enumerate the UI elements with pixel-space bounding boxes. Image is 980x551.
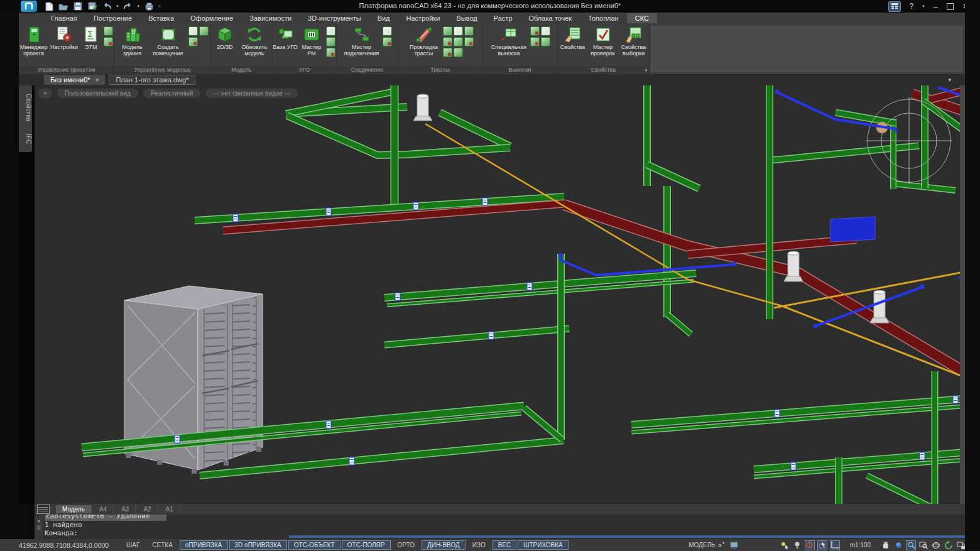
calculator-icon[interactable] [888,1,901,12]
sheet-list-icon[interactable] [37,505,50,514]
pipe-blue-group[interactable] [558,87,960,328]
connection-table-icon[interactable] [383,26,392,36]
view-selector-button[interactable]: Пользовательский вид [57,89,138,98]
toggle-otrack-polar[interactable]: ОТС-ПОЛЯР [342,540,391,550]
tab-topoplan[interactable]: Топоплан [580,13,627,23]
tab-sks[interactable]: СКС [627,13,657,23]
cable-tray-frame-group[interactable] [286,85,510,209]
tab-rastr[interactable]: Растр [486,13,521,23]
toggle-ortho[interactable]: ОРТО [392,540,420,550]
selection-cycling-icon[interactable] [805,540,815,550]
command-prompt[interactable]: Команда: [45,530,78,537]
viewport-plus-button[interactable]: + [38,89,52,98]
annotation-scale-icon[interactable]: a [717,540,727,550]
tray-marker[interactable] [482,198,487,205]
special-callout-button[interactable]: Специальная выноска [489,25,529,57]
database-icon[interactable] [104,26,113,36]
help-dropdown-icon[interactable]: ▾ [922,4,925,9]
toggle-3d-osnap[interactable]: 3D оПРИВЯЗКА [229,540,287,550]
connection-scheme-icon[interactable] [383,37,392,46]
properties-button[interactable]: Свойства [558,25,587,51]
ribbon-group-title[interactable]: Управление моделью [114,66,210,74]
minimize-button[interactable]: – [934,2,938,11]
tray-marker[interactable] [326,421,331,428]
selection-properties-button[interactable]: Свойства выборки [619,25,649,57]
update-model-button[interactable]: Обновить модель [238,25,271,57]
route-level-icon[interactable] [454,48,463,57]
undo-icon[interactable] [102,1,112,11]
callout-list-icon[interactable] [541,37,550,46]
tab-vyvod[interactable]: Вывод [448,13,485,23]
command-line-panel[interactable]: × ⚿ cableSystemETB - Удаление 1 найдено … [35,515,965,539]
qat-customize-icon[interactable]: ▿ [158,4,161,9]
grid-points-icon[interactable] [326,26,335,36]
redo-icon[interactable] [123,1,133,11]
selection-rectangle-icon[interactable] [817,540,827,550]
space-mode-label[interactable]: МОДЕЛЬ [689,542,715,548]
tab-vstavka[interactable]: Вставка [140,13,182,23]
tray-marker[interactable] [489,332,494,339]
doc-tab-plan[interactable]: План 1-ого этажа.dwg* [109,75,195,85]
ucs-icon[interactable] [830,540,840,550]
mini-building-icon[interactable] [199,26,209,36]
toggle-iso[interactable]: ИЗО [467,540,491,550]
zoom-window-icon[interactable] [918,540,928,550]
3d-scene[interactable] [35,85,960,504]
toggle-grid[interactable]: СЕТКА [146,540,178,550]
tab-zavisimosti[interactable]: Зависимости [241,13,300,23]
doc-tab-active[interactable]: Без имени0* × [44,75,105,85]
callout-axis-icon[interactable] [530,37,540,46]
layout-tab-model[interactable]: Модель [56,505,92,513]
commandline-options-icon[interactable]: ⚿ [37,525,41,530]
tab-nastroyki[interactable]: Настройки [398,13,449,23]
linked-views-button[interactable]: — нет связанных видов — [205,89,298,98]
tray-marker[interactable] [920,452,925,460]
ribbon-group-title[interactable]: Соединение [337,66,398,74]
pan-icon[interactable] [881,540,891,550]
route-hatch-icon[interactable] [464,26,474,36]
print-icon[interactable] [144,1,154,11]
equipment-box[interactable] [830,217,875,242]
toggle-dynamic-input[interactable]: ДИН-ВВОД [422,540,466,550]
route-lay-button[interactable]: Прокладка трассы [406,25,442,57]
room-corner-icon[interactable] [188,26,198,36]
scale-indicator[interactable]: m1:100 [850,542,871,548]
ribbon-group-title[interactable]: Свойства▾ [558,66,649,74]
room-settings-icon[interactable] [188,37,198,46]
route-timer-icon[interactable] [464,37,474,46]
check-master-button[interactable]: Мастер проверок [588,25,618,57]
2d3d-button[interactable]: 2D/3D [212,25,237,51]
connection-master-button[interactable]: Мастер подключения [342,25,381,57]
ribbon-group-title[interactable]: Управление проектом [19,66,114,74]
create-room-button[interactable]: Создать помещение [150,25,187,57]
tray-marker[interactable] [527,283,532,290]
toggle-snap-step[interactable]: ШАГ [121,540,145,550]
tab-postroenie[interactable]: Построение [85,13,140,23]
tray-marker[interactable] [953,396,958,403]
ribbon-group-title[interactable]: УГО [273,66,336,74]
ifc-panel-tab[interactable]: IFC [19,126,32,152]
cable-tray-upper-right-group[interactable] [770,85,960,319]
route-delete-icon[interactable] [443,48,452,57]
maximize-button[interactable] [947,3,954,10]
database-export-icon[interactable] [104,37,113,46]
route-node-icon[interactable] [443,26,452,36]
undo-dropdown-icon[interactable]: ▾ [116,4,119,9]
group-expand-icon[interactable]: ▾ [645,66,647,74]
building-model-button[interactable]: Модель здания [116,25,149,57]
route-cross-icon[interactable] [443,37,452,46]
toggle-osnap[interactable]: оПРИВЯЗКА [180,540,228,550]
layout-tab-a3[interactable]: А3 [115,505,136,513]
ribbon-group-title[interactable]: Модель [211,66,272,74]
callout-frame-icon[interactable] [541,26,550,36]
tray-marker[interactable] [175,435,180,443]
toggle-otrack-object[interactable]: ОТС-ОБЪЕКТ [288,540,340,550]
route-turn-icon[interactable] [454,37,463,46]
tray-marker[interactable] [395,293,400,300]
etm-button[interactable]: Σ ЭТМ [80,25,102,51]
mini-socket-icon[interactable] [326,37,335,46]
tray-marker[interactable] [775,410,780,417]
new-file-icon[interactable] [44,1,54,11]
command-input-highlight[interactable] [289,535,965,538]
layout-tab-a1[interactable]: А1 [160,505,180,513]
